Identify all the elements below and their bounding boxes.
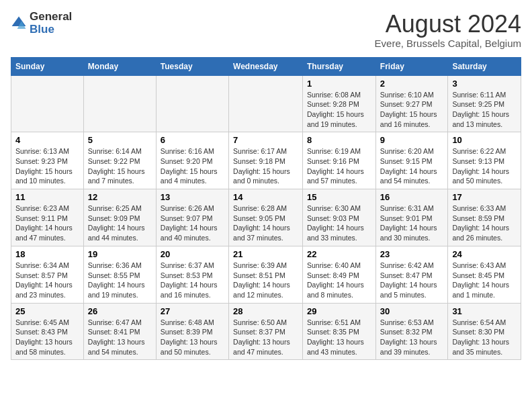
header-day-monday: Monday bbox=[83, 57, 156, 75]
subtitle: Evere, Brussels Capital, Belgium bbox=[375, 38, 521, 49]
day-number: 5 bbox=[88, 135, 152, 145]
day-number: 3 bbox=[452, 79, 517, 89]
logo-text: General Blue bbox=[30, 11, 72, 36]
day-number: 19 bbox=[88, 249, 152, 259]
day-number: 31 bbox=[452, 306, 517, 316]
day-number: 6 bbox=[161, 135, 224, 145]
calendar-cell: 17Sunrise: 6:33 AMSunset: 8:59 PMDayligh… bbox=[448, 189, 521, 246]
calendar-cell: 13Sunrise: 6:26 AMSunset: 9:07 PMDayligh… bbox=[156, 189, 228, 246]
calendar-cell: 5Sunrise: 6:14 AMSunset: 9:22 PMDaylight… bbox=[83, 132, 156, 189]
cell-info: Sunrise: 6:30 AMSunset: 9:03 PMDaylight:… bbox=[307, 203, 371, 243]
day-number: 28 bbox=[233, 306, 298, 316]
cell-info: Sunrise: 6:19 AMSunset: 9:16 PMDaylight:… bbox=[307, 146, 371, 186]
calendar-cell: 10Sunrise: 6:22 AMSunset: 9:13 PMDayligh… bbox=[448, 132, 521, 189]
day-number: 26 bbox=[88, 306, 152, 316]
header-day-thursday: Thursday bbox=[303, 57, 376, 75]
calendar-cell: 31Sunrise: 6:54 AMSunset: 8:30 PMDayligh… bbox=[448, 303, 521, 360]
day-number: 1 bbox=[307, 79, 371, 89]
calendar-cell: 29Sunrise: 6:51 AMSunset: 8:35 PMDayligh… bbox=[303, 303, 376, 360]
calendar-cell: 4Sunrise: 6:13 AMSunset: 9:23 PMDaylight… bbox=[11, 132, 84, 189]
calendar-cell: 16Sunrise: 6:31 AMSunset: 9:01 PMDayligh… bbox=[375, 189, 448, 246]
day-number: 13 bbox=[161, 192, 224, 202]
cell-info: Sunrise: 6:28 AMSunset: 9:05 PMDaylight:… bbox=[233, 203, 298, 243]
header-day-sunday: Sunday bbox=[11, 57, 84, 75]
cell-info: Sunrise: 6:16 AMSunset: 9:20 PMDaylight:… bbox=[161, 146, 224, 186]
day-number: 7 bbox=[233, 135, 298, 145]
calendar-cell: 18Sunrise: 6:34 AMSunset: 8:57 PMDayligh… bbox=[11, 246, 84, 303]
cell-info: Sunrise: 6:25 AMSunset: 9:09 PMDaylight:… bbox=[88, 203, 152, 243]
calendar-cell: 26Sunrise: 6:47 AMSunset: 8:41 PMDayligh… bbox=[83, 303, 156, 360]
cell-info: Sunrise: 6:43 AMSunset: 8:45 PMDaylight:… bbox=[452, 261, 517, 300]
cell-info: Sunrise: 6:45 AMSunset: 8:43 PMDaylight:… bbox=[15, 318, 79, 357]
cell-info: Sunrise: 6:10 AMSunset: 9:27 PMDaylight:… bbox=[380, 90, 444, 130]
calendar-cell: 19Sunrise: 6:36 AMSunset: 8:55 PMDayligh… bbox=[83, 246, 156, 303]
calendar-cell: 6Sunrise: 6:16 AMSunset: 9:20 PMDaylight… bbox=[156, 132, 228, 189]
header: General Blue August 2024 Evere, Brussels… bbox=[11, 11, 521, 49]
calendar-cell: 14Sunrise: 6:28 AMSunset: 9:05 PMDayligh… bbox=[229, 189, 303, 246]
day-number: 25 bbox=[15, 306, 79, 316]
logo: General Blue bbox=[11, 11, 72, 36]
calendar-cell: 2Sunrise: 6:10 AMSunset: 9:27 PMDaylight… bbox=[375, 75, 448, 132]
calendar-cell: 25Sunrise: 6:45 AMSunset: 8:43 PMDayligh… bbox=[11, 303, 84, 360]
cell-info: Sunrise: 6:08 AMSunset: 9:28 PMDaylight:… bbox=[307, 90, 371, 130]
calendar-week-5: 25Sunrise: 6:45 AMSunset: 8:43 PMDayligh… bbox=[11, 303, 521, 360]
calendar-cell: 7Sunrise: 6:17 AMSunset: 9:18 PMDaylight… bbox=[229, 132, 303, 189]
cell-info: Sunrise: 6:53 AMSunset: 8:32 PMDaylight:… bbox=[380, 318, 444, 357]
day-number: 21 bbox=[233, 249, 298, 259]
calendar-week-1: 1Sunrise: 6:08 AMSunset: 9:28 PMDaylight… bbox=[11, 75, 521, 132]
day-number: 4 bbox=[15, 135, 79, 145]
calendar-week-4: 18Sunrise: 6:34 AMSunset: 8:57 PMDayligh… bbox=[11, 246, 521, 303]
cell-info: Sunrise: 6:37 AMSunset: 8:53 PMDaylight:… bbox=[161, 261, 224, 300]
calendar-cell: 30Sunrise: 6:53 AMSunset: 8:32 PMDayligh… bbox=[375, 303, 448, 360]
logo-general: General bbox=[30, 11, 72, 24]
calendar-cell: 12Sunrise: 6:25 AMSunset: 9:09 PMDayligh… bbox=[83, 189, 156, 246]
cell-info: Sunrise: 6:13 AMSunset: 9:23 PMDaylight:… bbox=[15, 146, 79, 186]
day-number: 20 bbox=[161, 249, 224, 259]
logo-blue: Blue bbox=[30, 24, 72, 36]
day-number: 10 bbox=[452, 135, 517, 145]
day-number: 8 bbox=[307, 135, 371, 145]
day-number: 15 bbox=[307, 192, 371, 202]
day-number: 24 bbox=[452, 249, 517, 259]
calendar-cell: 21Sunrise: 6:39 AMSunset: 8:51 PMDayligh… bbox=[229, 246, 303, 303]
cell-info: Sunrise: 6:14 AMSunset: 9:22 PMDaylight:… bbox=[88, 146, 152, 186]
day-number: 22 bbox=[307, 249, 371, 259]
day-number: 2 bbox=[380, 79, 444, 89]
calendar-cell bbox=[11, 75, 84, 132]
calendar-cell bbox=[229, 75, 303, 132]
cell-info: Sunrise: 6:11 AMSunset: 9:25 PMDaylight:… bbox=[452, 90, 517, 130]
cell-info: Sunrise: 6:39 AMSunset: 8:51 PMDaylight:… bbox=[233, 261, 298, 300]
day-number: 27 bbox=[161, 306, 224, 316]
svg-marker-0 bbox=[12, 16, 26, 26]
calendar-table: SundayMondayTuesdayWednesdayThursdayFrid… bbox=[11, 57, 521, 361]
day-number: 18 bbox=[15, 249, 79, 259]
cell-info: Sunrise: 6:34 AMSunset: 8:57 PMDaylight:… bbox=[15, 261, 79, 300]
calendar-cell: 1Sunrise: 6:08 AMSunset: 9:28 PMDaylight… bbox=[303, 75, 376, 132]
cell-info: Sunrise: 6:36 AMSunset: 8:55 PMDaylight:… bbox=[88, 261, 152, 300]
calendar-cell: 24Sunrise: 6:43 AMSunset: 8:45 PMDayligh… bbox=[448, 246, 521, 303]
calendar-cell: 15Sunrise: 6:30 AMSunset: 9:03 PMDayligh… bbox=[303, 189, 376, 246]
header-day-tuesday: Tuesday bbox=[156, 57, 228, 75]
calendar-week-3: 11Sunrise: 6:23 AMSunset: 9:11 PMDayligh… bbox=[11, 189, 521, 246]
cell-info: Sunrise: 6:20 AMSunset: 9:15 PMDaylight:… bbox=[380, 146, 444, 186]
title-area: August 2024 Evere, Brussels Capital, Bel… bbox=[375, 11, 521, 49]
header-day-friday: Friday bbox=[375, 57, 448, 75]
cell-info: Sunrise: 6:40 AMSunset: 8:49 PMDaylight:… bbox=[307, 261, 371, 300]
day-number: 11 bbox=[15, 192, 79, 202]
calendar-cell bbox=[156, 75, 228, 132]
calendar-cell: 9Sunrise: 6:20 AMSunset: 9:15 PMDaylight… bbox=[375, 132, 448, 189]
cell-info: Sunrise: 6:54 AMSunset: 8:30 PMDaylight:… bbox=[452, 318, 517, 357]
cell-info: Sunrise: 6:48 AMSunset: 8:39 PMDaylight:… bbox=[161, 318, 224, 357]
calendar-cell: 20Sunrise: 6:37 AMSunset: 8:53 PMDayligh… bbox=[156, 246, 228, 303]
main-title: August 2024 bbox=[375, 11, 521, 38]
header-day-wednesday: Wednesday bbox=[229, 57, 303, 75]
calendar-cell: 8Sunrise: 6:19 AMSunset: 9:16 PMDaylight… bbox=[303, 132, 376, 189]
calendar-week-2: 4Sunrise: 6:13 AMSunset: 9:23 PMDaylight… bbox=[11, 132, 521, 189]
cell-info: Sunrise: 6:22 AMSunset: 9:13 PMDaylight:… bbox=[452, 146, 517, 186]
day-number: 12 bbox=[88, 192, 152, 202]
day-number: 9 bbox=[380, 135, 444, 145]
day-number: 16 bbox=[380, 192, 444, 202]
calendar-cell: 3Sunrise: 6:11 AMSunset: 9:25 PMDaylight… bbox=[448, 75, 521, 132]
calendar-cell: 22Sunrise: 6:40 AMSunset: 8:49 PMDayligh… bbox=[303, 246, 376, 303]
calendar-cell: 11Sunrise: 6:23 AMSunset: 9:11 PMDayligh… bbox=[11, 189, 84, 246]
